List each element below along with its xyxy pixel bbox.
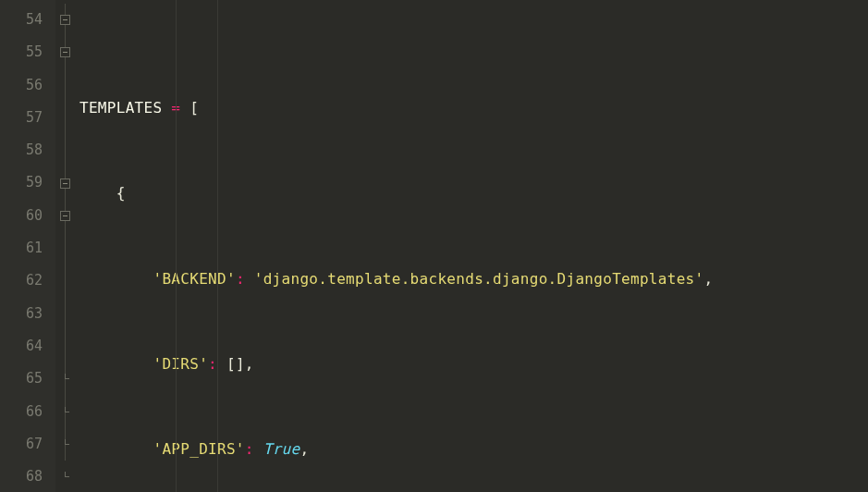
code-line[interactable]: 'DIRS': [], [79,348,868,380]
line-number-gutter: 54 55 56 57 58 59 60 61 62 63 64 65 66 6… [0,0,55,492]
line-number: 63 [0,298,55,330]
line-number: 64 [0,330,55,363]
indent-guide [217,0,218,492]
fold-toggle-icon[interactable] [60,211,70,221]
line-number: 56 [0,69,55,102]
line-number: 62 [0,264,55,297]
line-number: 68 [0,461,55,492]
code-line[interactable]: 'BACKEND': 'django.template.backends.dja… [79,263,868,295]
line-number: 65 [0,363,55,395]
fold-toggle-icon[interactable] [60,15,70,25]
code-editor[interactable]: 54 55 56 57 58 59 60 61 62 63 64 65 66 6… [0,0,868,492]
fold-gutter [55,0,74,492]
line-number: 61 [0,232,55,264]
line-number: 54 [0,4,55,36]
fold-end-icon [60,439,70,449]
line-number: 55 [0,36,55,68]
fold-toggle-icon[interactable] [60,47,70,57]
indent-guide [176,0,177,492]
line-number: 66 [0,396,55,428]
line-number: 58 [0,134,55,166]
code-line[interactable]: TEMPLATES = [ [79,92,868,124]
fold-end-icon [60,374,70,384]
code-line[interactable]: 'APP_DIRS': True, [79,433,868,465]
fold-toggle-icon[interactable] [60,178,70,189]
code-area[interactable]: TEMPLATES = [ { 'BACKEND': 'django.templ… [74,0,868,492]
fold-end-icon [60,407,70,417]
line-number: 57 [0,102,55,134]
line-number: 67 [0,428,55,461]
line-number: 60 [0,200,55,232]
line-number: 59 [0,166,55,199]
fold-end-icon [60,472,70,482]
code-line[interactable]: { [79,177,868,209]
